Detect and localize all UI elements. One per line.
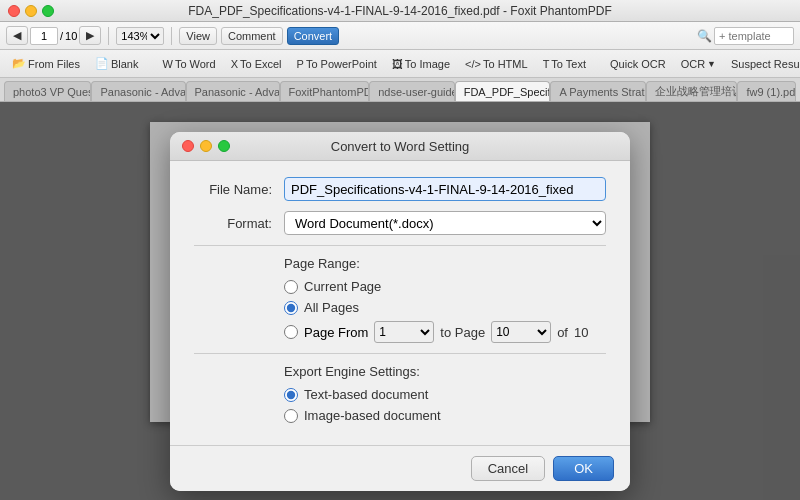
from-files-button[interactable]: 📂 From Files <box>6 54 86 73</box>
page-range-options: Current Page All Pages Page From 123 <box>284 279 606 343</box>
ok-button[interactable]: OK <box>553 456 614 481</box>
all-pages-radio-label: All Pages <box>304 300 359 315</box>
to-word-button[interactable]: W To Word <box>156 55 221 73</box>
to-text-icon: T <box>543 58 550 70</box>
to-excel-button[interactable]: X To Excel <box>225 55 288 73</box>
dialog-body: File Name: Format: Word Document(*.docx)… <box>170 161 630 445</box>
dialog-titlebar: Convert to Word Setting <box>170 132 630 161</box>
page-navigation: ◀ / 10 ▶ <box>6 26 101 45</box>
of-label: of <box>557 325 568 340</box>
text-based-row: Text-based document <box>284 387 606 402</box>
main-content: PORTABLE DOCUMENT FORMAT (PDF) Te Conver… <box>0 102 800 500</box>
prev-page-button[interactable]: ◀ <box>6 26 28 45</box>
page-number-input[interactable] <box>30 27 58 45</box>
tab-8[interactable]: fw9 (1).pdf ✕ <box>737 81 796 101</box>
title-bar: FDA_PDF_Specifications-v4-1-FINAL-9-14-2… <box>0 0 800 22</box>
dialog-footer: Cancel OK <box>170 445 630 491</box>
format-label: Format: <box>194 216 284 231</box>
to-excel-icon: X <box>231 58 238 70</box>
export-engine-section: Export Engine Settings: Text-based docum… <box>194 364 606 423</box>
dialog-window-controls[interactable] <box>182 140 230 152</box>
close-button[interactable] <box>8 5 20 17</box>
convert-dialog: Convert to Word Setting File Name: Forma… <box>170 132 630 491</box>
to-html-button[interactable]: </> To HTML <box>459 55 534 73</box>
export-engine-label: Export Engine Settings: <box>284 364 606 379</box>
image-based-row: Image-based document <box>284 408 606 423</box>
top-toolbar: ◀ / 10 ▶ 143% 100% 150% View Comment Con… <box>0 22 800 50</box>
page-total: 10 <box>65 30 77 42</box>
dialog-minimize-button[interactable] <box>200 140 212 152</box>
current-page-radio-label: Current Page <box>304 279 381 294</box>
page-to-select[interactable]: 1051 <box>491 321 551 343</box>
to-word-icon: W <box>162 58 172 70</box>
text-based-label: Text-based document <box>304 387 428 402</box>
tab-3[interactable]: FoxitPhantomPDF9... ✕ <box>280 81 370 101</box>
blank-icon: 📄 <box>95 57 109 70</box>
to-image-button[interactable]: 🖼 To Image <box>386 55 456 73</box>
view-button[interactable]: View <box>179 27 217 45</box>
page-from-radio-label: Page From <box>304 325 368 340</box>
dialog-maximize-button[interactable] <box>218 140 230 152</box>
to-powerpoint-icon: P <box>297 58 304 70</box>
second-toolbar: 📂 From Files 📄 Blank W To Word X To Exce… <box>0 50 800 78</box>
separator-1 <box>108 27 109 45</box>
tab-0[interactable]: photo3 VP Questio... ✕ <box>4 81 91 101</box>
divider-2 <box>194 353 606 354</box>
tab-5[interactable]: FDA_PDF_Specificati... ✕ <box>455 81 551 101</box>
file-name-input[interactable] <box>284 177 606 201</box>
modal-overlay: Convert to Word Setting File Name: Forma… <box>0 102 800 500</box>
to-html-icon: </> <box>465 58 481 70</box>
page-from-select[interactable]: 123 <box>374 321 434 343</box>
to-text-button[interactable]: T To Text <box>537 55 592 73</box>
blank-button[interactable]: 📄 Blank <box>89 54 145 73</box>
next-page-button[interactable]: ▶ <box>79 26 101 45</box>
image-based-radio[interactable] <box>284 409 298 423</box>
search-icon: 🔍 <box>697 29 712 43</box>
page-from-row: Page From 123 to Page 1051 of 10 <box>284 321 606 343</box>
divider-1 <box>194 245 606 246</box>
all-pages-radio[interactable] <box>284 301 298 315</box>
format-row: Format: Word Document(*.docx) <box>194 211 606 235</box>
file-name-label: File Name: <box>194 182 284 197</box>
to-image-icon: 🖼 <box>392 58 403 70</box>
export-engine-options: Text-based document Image-based document <box>284 387 606 423</box>
separator-2 <box>171 27 172 45</box>
search-input[interactable] <box>714 27 794 45</box>
all-pages-row: All Pages <box>284 300 606 315</box>
suspect-result-button[interactable]: Suspect Result <box>725 55 800 73</box>
maximize-button[interactable] <box>42 5 54 17</box>
current-page-radio[interactable] <box>284 280 298 294</box>
dialog-close-button[interactable] <box>182 140 194 152</box>
ocr-button[interactable]: OCR ▼ <box>675 55 722 73</box>
tab-6[interactable]: A Payments Strategy ... ✕ <box>550 81 645 101</box>
minimize-button[interactable] <box>25 5 37 17</box>
to-powerpoint-button[interactable]: P To PowerPoint <box>291 55 383 73</box>
page-range-label: Page Range: <box>284 256 606 271</box>
cancel-button[interactable]: Cancel <box>471 456 545 481</box>
zoom-select[interactable]: 143% 100% 150% <box>116 27 164 45</box>
format-select[interactable]: Word Document(*.docx) <box>284 211 606 235</box>
tabs-bar: photo3 VP Questio... ✕ Panasonic - Advan… <box>0 78 800 102</box>
to-page-label: to Page <box>440 325 485 340</box>
dialog-title: Convert to Word Setting <box>331 139 470 154</box>
tab-1[interactable]: Panasonic - Advance... ✕ <box>91 81 185 101</box>
window-controls[interactable] <box>8 5 54 17</box>
tab-2[interactable]: Panasonic - Advance... ✕ <box>186 81 280 101</box>
convert-button[interactable]: Convert <box>287 27 340 45</box>
current-page-row: Current Page <box>284 279 606 294</box>
image-based-label: Image-based document <box>304 408 441 423</box>
tab-7[interactable]: 企业战略管理培训口... ✕ <box>646 81 737 101</box>
page-separator: / <box>60 30 63 42</box>
window-title: FDA_PDF_Specifications-v4-1-FINAL-9-14-2… <box>188 4 612 18</box>
file-name-row: File Name: <box>194 177 606 201</box>
comment-button[interactable]: Comment <box>221 27 283 45</box>
page-total-value: 10 <box>574 325 588 340</box>
tab-4[interactable]: ndse-user-guide.pdf ✕ <box>369 81 454 101</box>
page-from-radio[interactable] <box>284 325 298 339</box>
quick-ocr-button[interactable]: Quick OCR <box>604 55 672 73</box>
from-files-icon: 📂 <box>12 57 26 70</box>
ocr-dropdown-icon[interactable]: ▼ <box>707 59 716 69</box>
text-based-radio[interactable] <box>284 388 298 402</box>
